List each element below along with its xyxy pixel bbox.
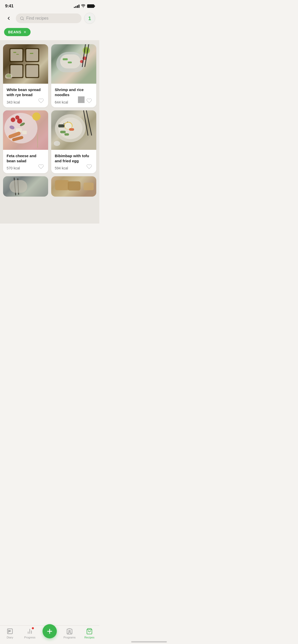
recipe-card-white-bean-spread[interactable]: White bean spread with rye bread 343 kca… <box>3 44 48 107</box>
recipe-info-bibimbap-tofu: Bibimbap with tofu and fried egg 594 kca… <box>51 150 96 173</box>
recipe-image-white-bean-spread <box>3 44 48 84</box>
search-icon <box>20 16 24 21</box>
filter-count: 1 <box>88 16 91 21</box>
recipe-info-white-bean-spread: White bean spread with rye bread 343 kca… <box>3 84 48 107</box>
recipe-title-bibimbap-tofu: Bibimbap with tofu and fried egg <box>55 153 93 164</box>
filter-badge[interactable]: 1 <box>84 13 95 24</box>
filter-tags-container: BEANS ✕ <box>0 27 99 40</box>
favorite-button-feta-bean-salad[interactable] <box>37 163 45 171</box>
recipe-grid: White bean spread with rye bread 343 kca… <box>3 44 96 173</box>
recipe-info-shrimp-rice-noodles: Shrimp and rice noodles 644 kcal <box>51 84 96 107</box>
battery-icon <box>87 4 94 8</box>
filter-tag-label: BEANS <box>8 30 21 34</box>
recipe-title-white-bean-spread: White bean spread with rye bread <box>7 87 45 98</box>
wifi-icon <box>81 4 86 8</box>
recipe-card-feta-bean-salad[interactable]: Feta cheese and bean salad 570 kcal <box>3 110 48 173</box>
search-placeholder-text: Find recipes <box>26 16 48 21</box>
search-bar[interactable]: Find recipes <box>16 13 82 23</box>
recipe-title-shrimp-rice-noodles: Shrimp and rice noodles <box>55 87 93 98</box>
favorite-button-white-bean-spread[interactable] <box>37 97 45 105</box>
recipe-list-content: White bean spread with rye bread 343 kca… <box>0 40 99 224</box>
status-bar: 9:41 <box>0 0 99 11</box>
recipe-title-feta-bean-salad: Feta cheese and bean salad <box>7 153 45 164</box>
status-icons <box>74 4 94 8</box>
svg-line-1 <box>23 19 24 20</box>
recipe-info-feta-bean-salad: Feta cheese and bean salad 570 kcal <box>3 150 48 173</box>
filter-tag-close-icon[interactable]: ✕ <box>23 30 27 34</box>
recipe-image-feta-bean-salad <box>3 110 48 150</box>
recipe-image-shrimp-rice-noodles <box>51 44 96 84</box>
favorite-button-bibimbap-tofu[interactable] <box>85 163 93 171</box>
partial-recipe-image-2 <box>51 176 96 197</box>
recipe-card-bibimbap-tofu[interactable]: Bibimbap with tofu and fried egg 594 kca… <box>51 110 96 173</box>
back-button[interactable] <box>4 14 13 23</box>
recipe-image-bibimbap-tofu <box>51 110 96 150</box>
status-time: 9:41 <box>5 4 13 9</box>
signal-bars-icon <box>74 5 79 8</box>
partial-recipe-row <box>3 176 96 197</box>
recipe-card-shrimp-rice-noodles[interactable]: Shrimp and rice noodles 644 kcal <box>51 44 96 107</box>
partial-recipe-card-2[interactable] <box>51 176 96 197</box>
favorite-button-shrimp-rice-noodles[interactable] <box>85 97 93 105</box>
partial-recipe-card-1[interactable] <box>3 176 48 197</box>
filter-tag-beans[interactable]: BEANS ✕ <box>4 28 31 36</box>
header: Find recipes 1 <box>0 11 99 27</box>
partial-recipe-image-1 <box>3 176 48 197</box>
